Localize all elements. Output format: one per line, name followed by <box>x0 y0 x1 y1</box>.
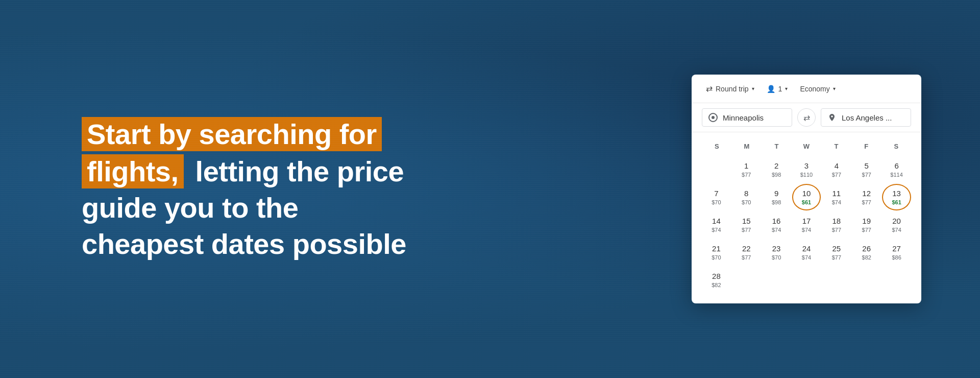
calendar-date: 8 <box>744 189 748 198</box>
day-name-thu: T <box>821 140 851 152</box>
day-name-mon: M <box>732 140 762 152</box>
table-row[interactable]: 19$77 <box>852 211 881 238</box>
table-row[interactable]: 26$82 <box>852 239 881 266</box>
calendar-date: 22 <box>742 244 751 253</box>
calendar-price: $82 <box>712 282 721 288</box>
calendar-date: 18 <box>832 217 841 226</box>
calendar-date: 12 <box>862 189 871 198</box>
table-row[interactable]: 12$77 <box>852 184 881 210</box>
table-row[interactable]: 16$74 <box>762 211 791 238</box>
passengers-button[interactable]: 👤 1 ▾ <box>763 83 792 95</box>
destination-icon <box>827 113 837 122</box>
calendar-price: $77 <box>742 172 751 178</box>
destination-city: Los Angeles ... <box>842 113 892 122</box>
headline-line3: guide you to the <box>82 192 298 224</box>
calendar-grid: 1$772$983$1104$775$776$1147$708$709$9810… <box>702 156 911 293</box>
calendar-price: $74 <box>892 227 901 233</box>
table-row[interactable]: 8$70 <box>732 184 761 210</box>
calendar-date: 5 <box>865 161 869 171</box>
calendar-date: 28 <box>712 272 721 281</box>
calendar-price: $98 <box>772 199 781 205</box>
class-button[interactable]: Economy ▾ <box>796 83 839 95</box>
table-row[interactable]: 25$77 <box>822 239 851 266</box>
day-name-sun: S <box>702 140 732 152</box>
calendar-date: 26 <box>862 244 871 253</box>
origin-input[interactable]: Minneapolis <box>702 108 792 127</box>
swap-icon: ⇄ <box>803 113 810 123</box>
table-row[interactable]: 22$77 <box>732 239 761 266</box>
calendar-price: $61 <box>802 199 811 205</box>
table-row <box>762 267 791 293</box>
calendar-date: 7 <box>714 189 718 198</box>
left-section: Start by searching for flights, letting … <box>0 117 684 262</box>
table-row[interactable]: 3$110 <box>792 156 821 183</box>
origin-city: Minneapolis <box>723 113 764 122</box>
calendar-price: $77 <box>832 254 841 261</box>
table-row[interactable]: 23$70 <box>762 239 791 266</box>
passengers-arrow: ▾ <box>785 86 788 91</box>
table-row[interactable]: 14$74 <box>702 211 731 238</box>
day-name-sat: S <box>881 140 911 152</box>
calendar-header: S M T W T F S <box>702 140 911 152</box>
calendar-price: $77 <box>862 227 871 233</box>
table-row[interactable]: 20$74 <box>882 211 911 238</box>
table-row[interactable]: 4$77 <box>822 156 851 183</box>
calendar-date: 15 <box>742 217 751 226</box>
table-row[interactable]: 21$70 <box>702 239 731 266</box>
calendar-date: 25 <box>832 244 841 253</box>
table-row[interactable]: 2$98 <box>762 156 791 183</box>
trip-type-label: Round trip <box>716 85 749 93</box>
calendar-price: $77 <box>832 227 841 233</box>
calendar-date: 10 <box>802 189 811 198</box>
calendar-date: 21 <box>712 244 721 253</box>
calendar-price: $110 <box>800 172 813 178</box>
table-row[interactable]: 10$61 <box>792 184 821 210</box>
calendar-date: 6 <box>894 161 898 171</box>
table-row[interactable]: 1$77 <box>732 156 761 183</box>
passengers-icon: 👤 <box>767 85 775 93</box>
calendar-price: $70 <box>712 199 721 205</box>
calendar-price: $77 <box>832 172 841 178</box>
table-row <box>882 267 911 293</box>
table-row[interactable]: 15$77 <box>732 211 761 238</box>
calendar-date: 16 <box>772 217 781 226</box>
calendar: S M T W T F S 1$772$983$1104$775$776$114… <box>692 132 921 303</box>
calendar-price: $74 <box>832 199 841 205</box>
table-row <box>822 267 851 293</box>
calendar-price: $82 <box>862 254 871 261</box>
calendar-price: $98 <box>772 172 781 178</box>
calendar-date: 3 <box>804 161 808 171</box>
destination-input[interactable]: Los Angeles ... <box>821 108 911 127</box>
day-name-wed: W <box>792 140 822 152</box>
table-row <box>792 267 821 293</box>
table-row[interactable]: 24$74 <box>792 239 821 266</box>
swap-button[interactable]: ⇄ <box>797 108 816 127</box>
headline-normal-2: letting the price <box>188 155 404 187</box>
table-row[interactable]: 11$74 <box>822 184 851 210</box>
calendar-price: $70 <box>772 254 781 261</box>
calendar-price: $74 <box>712 227 721 233</box>
origin-icon <box>708 113 718 122</box>
calendar-date: 2 <box>774 161 778 171</box>
table-row[interactable]: 7$70 <box>702 184 731 210</box>
trip-type-button[interactable]: ⇄ Round trip ▾ <box>702 82 758 96</box>
calendar-price: $70 <box>742 199 751 205</box>
calendar-price: $74 <box>802 254 811 261</box>
calendar-price: $61 <box>892 199 901 205</box>
table-row[interactable]: 13$61 <box>882 184 911 210</box>
calendar-date: 24 <box>802 244 811 253</box>
calendar-date: 19 <box>862 217 871 226</box>
headline-line4: cheapest dates possible <box>82 228 406 260</box>
calendar-date: 4 <box>835 161 839 171</box>
table-row[interactable]: 28$82 <box>702 267 731 293</box>
calendar-date: 9 <box>774 189 778 198</box>
table-row[interactable]: 18$77 <box>822 211 851 238</box>
table-row[interactable]: 6$114 <box>882 156 911 183</box>
calendar-price: $74 <box>802 227 811 233</box>
table-row[interactable]: 27$86 <box>882 239 911 266</box>
table-row[interactable]: 9$98 <box>762 184 791 210</box>
table-row[interactable]: 17$74 <box>792 211 821 238</box>
headline-highlight-2: flights, <box>82 154 184 188</box>
calendar-price: $114 <box>890 172 902 178</box>
table-row[interactable]: 5$77 <box>852 156 881 183</box>
